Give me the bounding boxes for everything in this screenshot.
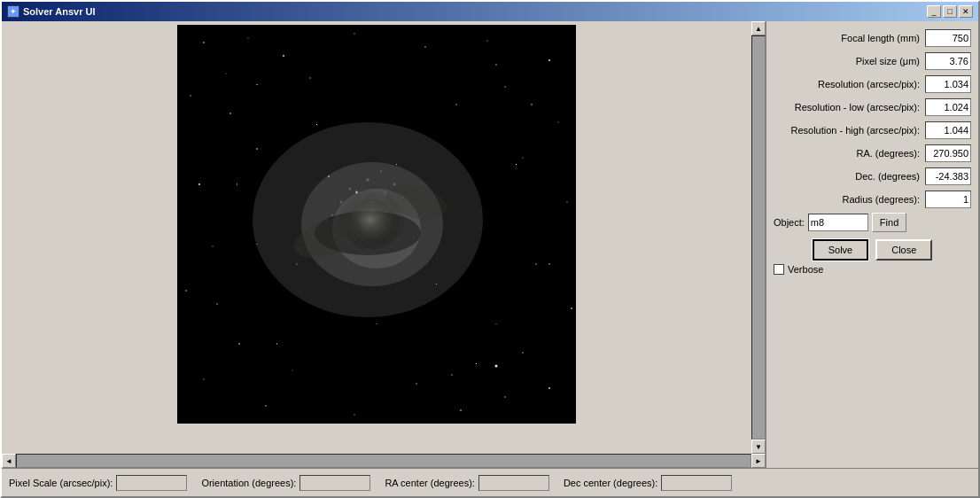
svg-point-32 xyxy=(451,374,453,376)
scroll-left-button[interactable]: ◄ xyxy=(2,454,16,468)
action-row: Solve Close xyxy=(774,239,971,261)
resolution-row: Resolution (arcsec/pix): xyxy=(774,74,971,94)
svg-point-45 xyxy=(340,201,343,204)
vertical-scrollbar: ▲ ▼ xyxy=(751,21,766,454)
ra-center-value[interactable] xyxy=(478,475,549,491)
nebula-svg xyxy=(177,25,576,424)
svg-point-29 xyxy=(238,343,240,345)
solve-button[interactable]: Solve xyxy=(813,239,869,261)
dec-center-value[interactable] xyxy=(661,475,732,491)
verbose-label: Verbose xyxy=(788,264,823,275)
minimize-button[interactable]: _ xyxy=(927,5,941,18)
orientation-field: Orientation (degrees): xyxy=(201,475,370,491)
object-row: Object: Find xyxy=(774,213,971,232)
svg-point-50 xyxy=(332,189,421,268)
svg-point-22 xyxy=(225,73,226,74)
svg-point-21 xyxy=(504,396,505,397)
resolution-high-row: Resolution - high (arcsec/pix): xyxy=(774,121,971,140)
svg-point-9 xyxy=(229,113,231,114)
close-dialog-button[interactable]: Close xyxy=(875,239,932,261)
pixel-scale-label: Pixel Scale (arcsec/pix): xyxy=(9,478,113,488)
svg-point-16 xyxy=(203,378,204,379)
resolution-label: Resolution (arcsec/pix): xyxy=(774,79,922,89)
svg-point-7 xyxy=(548,59,550,61)
svg-point-4 xyxy=(354,33,354,34)
radius-row: Radius (degrees): xyxy=(774,190,971,209)
svg-point-5 xyxy=(424,46,426,48)
radius-input[interactable] xyxy=(925,191,971,208)
scroll-right-button[interactable]: ► xyxy=(751,454,766,468)
image-container xyxy=(2,21,751,454)
right-panel: Focal length (mm) Pixel size (μm) Resolu… xyxy=(766,21,978,468)
status-bar: Pixel Scale (arcsec/pix): Orientation (d… xyxy=(2,468,978,496)
pixel-scale-value[interactable] xyxy=(116,475,187,491)
scroll-up-button[interactable]: ▲ xyxy=(751,21,766,35)
object-label: Object: xyxy=(774,217,805,228)
svg-point-20 xyxy=(460,409,462,411)
title-bar: ✦ Solver Ansvr UI _ □ ✕ xyxy=(2,2,978,21)
ra-row: RA. (degrees): xyxy=(774,144,971,163)
window-title: Solver Ansvr UI xyxy=(23,6,96,17)
focal-length-input[interactable] xyxy=(925,29,971,47)
scroll-track-horizontal[interactable] xyxy=(16,454,751,468)
svg-point-26 xyxy=(522,157,523,158)
svg-point-28 xyxy=(548,263,550,265)
dec-center-label: Dec center (degrees): xyxy=(564,478,657,488)
svg-point-12 xyxy=(198,183,200,185)
dec-row: Dec. (degrees) xyxy=(774,167,971,186)
pixel-size-input[interactable] xyxy=(925,52,971,70)
svg-point-54 xyxy=(289,209,368,267)
svg-point-52 xyxy=(315,211,421,255)
verbose-row: Verbose xyxy=(774,264,971,275)
object-input[interactable] xyxy=(808,214,868,231)
svg-point-33 xyxy=(349,188,352,191)
title-buttons: _ □ ✕ xyxy=(927,5,973,18)
svg-point-55 xyxy=(383,179,451,226)
svg-point-35 xyxy=(380,170,382,172)
scroll-down-button[interactable]: ▼ xyxy=(751,440,766,454)
orientation-label: Orientation (degrees): xyxy=(201,478,296,488)
close-button[interactable]: ✕ xyxy=(959,5,973,18)
orientation-value[interactable] xyxy=(299,475,370,491)
title-bar-left: ✦ Solver Ansvr UI xyxy=(7,5,96,18)
svg-point-8 xyxy=(190,95,191,96)
svg-point-39 xyxy=(385,192,387,195)
svg-point-53 xyxy=(335,189,406,251)
svg-point-2 xyxy=(247,37,248,38)
dec-input[interactable] xyxy=(925,167,971,185)
svg-point-49 xyxy=(301,162,443,286)
svg-point-41 xyxy=(358,223,360,225)
dec-label: Dec. (degrees) xyxy=(774,171,922,182)
resolution-low-row: Resolution - low (arcsec/pix): xyxy=(774,97,971,117)
maximize-button[interactable]: □ xyxy=(943,5,957,18)
ra-label: RA. (degrees): xyxy=(774,148,922,159)
resolution-input[interactable] xyxy=(925,75,971,93)
svg-point-42 xyxy=(376,214,378,217)
resolution-low-input[interactable] xyxy=(925,98,971,116)
svg-point-48 xyxy=(253,122,483,317)
pixel-size-row: Pixel size (μm) xyxy=(774,51,971,71)
ra-input[interactable] xyxy=(925,144,971,162)
scroll-track-vertical[interactable] xyxy=(751,35,766,440)
find-button[interactable]: Find xyxy=(872,213,906,232)
svg-point-40 xyxy=(389,206,392,208)
main-window: ✦ Solver Ansvr UI _ □ ✕ xyxy=(0,0,980,498)
svg-point-44 xyxy=(402,197,405,199)
svg-point-27 xyxy=(212,245,213,246)
svg-point-1 xyxy=(203,42,205,43)
svg-point-23 xyxy=(309,77,311,79)
image-area: ▲ ▼ ◄ ► xyxy=(2,21,766,468)
svg-rect-0 xyxy=(177,25,576,424)
resolution-high-input[interactable] xyxy=(925,121,971,139)
dec-center-field: Dec center (degrees): xyxy=(564,475,732,491)
window-icon: ✦ xyxy=(7,5,19,18)
svg-point-18 xyxy=(265,405,267,407)
verbose-checkbox[interactable] xyxy=(774,264,784,275)
svg-point-14 xyxy=(185,290,187,292)
svg-point-3 xyxy=(283,55,284,57)
svg-point-31 xyxy=(292,370,292,370)
image-row: ▲ ▼ xyxy=(2,21,766,454)
resolution-high-label: Resolution - high (arcsec/pix): xyxy=(774,125,922,136)
pixel-scale-field: Pixel Scale (arcsec/pix): xyxy=(9,475,187,491)
svg-point-51 xyxy=(346,199,399,249)
